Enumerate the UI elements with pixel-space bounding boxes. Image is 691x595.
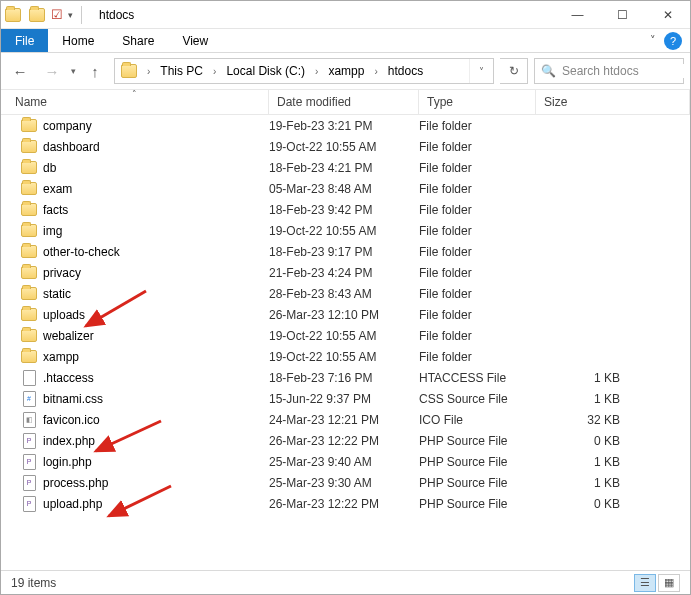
ribbon: File Home Share View ˅ ? [1,29,690,53]
back-button[interactable]: ← [7,58,33,84]
file-name: .htaccess [43,371,94,385]
view-large-icons-button[interactable]: ▦ [658,574,680,592]
file-row[interactable]: other-to-check18-Feb-23 9:17 PMFile fold… [1,241,690,262]
folder-icon [21,223,37,239]
search-box[interactable]: 🔍 [534,58,684,84]
file-name: xampp [43,350,79,364]
folder-icon [21,118,37,134]
file-date: 21-Feb-23 4:24 PM [269,266,419,280]
file-type: HTACCESS File [419,371,536,385]
file-row[interactable]: webalizer19-Oct-22 10:55 AMFile folder [1,325,690,346]
file-row[interactable]: .htaccess18-Feb-23 7:16 PMHTACCESS File1… [1,367,690,388]
file-row[interactable]: Pindex.php26-Mar-23 12:22 PMPHP Source F… [1,430,690,451]
php-file-icon: P [21,496,37,512]
address-bar[interactable]: › This PC › Local Disk (C:) › xampp › ht… [114,58,494,84]
file-name: img [43,224,62,238]
address-dropdown-icon[interactable]: ˅ [469,59,493,83]
file-row[interactable]: ◧favicon.ico24-Mar-23 12:21 PMICO File32… [1,409,690,430]
chevron-right-icon[interactable]: › [311,66,322,77]
file-row[interactable]: facts18-Feb-23 9:42 PMFile folder [1,199,690,220]
forward-button[interactable]: → [39,58,65,84]
up-button[interactable]: ↑ [82,58,108,84]
refresh-button[interactable]: ↻ [500,58,528,84]
file-list[interactable]: company19-Feb-23 3:21 PMFile folderdashb… [1,115,690,570]
breadcrumb-local-disk[interactable]: Local Disk (C:) [220,59,311,83]
qat-properties-icon[interactable]: ☑ [51,7,63,22]
file-row[interactable]: db18-Feb-23 4:21 PMFile folder [1,157,690,178]
file-type: PHP Source File [419,434,536,448]
file-date: 26-Mar-23 12:10 PM [269,308,419,322]
file-row[interactable]: company19-Feb-23 3:21 PMFile folder [1,115,690,136]
folder-icon [21,307,37,323]
file-date: 18-Feb-23 9:17 PM [269,245,419,259]
file-name: privacy [43,266,81,280]
file-row[interactable]: img19-Oct-22 10:55 AMFile folder [1,220,690,241]
file-name: login.php [43,455,92,469]
folder-icon [21,181,37,197]
file-date: 25-Mar-23 9:40 AM [269,455,419,469]
qat-dropdown-icon[interactable]: ▾ [65,10,76,20]
chevron-right-icon[interactable]: › [209,66,220,77]
file-name: uploads [43,308,85,322]
folder-icon [21,160,37,176]
status-bar: 19 items ☰ ▦ [1,570,690,594]
file-size: 0 KB [536,497,690,511]
file-type: File folder [419,329,536,343]
help-icon[interactable]: ? [664,32,682,50]
item-count: 19 items [11,576,56,590]
file-type: File folder [419,245,536,259]
file-type: ICO File [419,413,536,427]
file-size: 1 KB [536,371,690,385]
ribbon-tab-view[interactable]: View [168,29,222,52]
chevron-right-icon[interactable]: › [143,66,154,77]
file-row[interactable]: exam05-Mar-23 8:48 AMFile folder [1,178,690,199]
file-date: 05-Mar-23 8:48 AM [269,182,419,196]
file-row[interactable]: Plogin.php25-Mar-23 9:40 AMPHP Source Fi… [1,451,690,472]
file-date: 18-Feb-23 4:21 PM [269,161,419,175]
app-folder-icon [5,8,21,22]
file-row[interactable]: #bitnami.css15-Jun-22 9:37 PMCSS Source … [1,388,690,409]
file-date: 19-Oct-22 10:55 AM [269,140,419,154]
file-name: process.php [43,476,108,490]
file-row[interactable]: static28-Feb-23 8:43 AMFile folder [1,283,690,304]
file-row[interactable]: dashboard19-Oct-22 10:55 AMFile folder [1,136,690,157]
close-button[interactable]: ✕ [645,1,690,29]
file-row[interactable]: Pupload.php26-Mar-23 12:22 PMPHP Source … [1,493,690,514]
file-date: 19-Oct-22 10:55 AM [269,329,419,343]
column-header-size[interactable]: Size [536,90,690,114]
file-row[interactable]: xampp19-Oct-22 10:55 AMFile folder [1,346,690,367]
breadcrumb-htdocs[interactable]: htdocs [382,59,429,83]
chevron-right-icon[interactable]: › [370,66,381,77]
breadcrumb-xampp[interactable]: xampp [322,59,370,83]
file-type: PHP Source File [419,455,536,469]
file-date: 19-Feb-23 3:21 PM [269,119,419,133]
file-type: File folder [419,287,536,301]
file-name: webalizer [43,329,94,343]
ribbon-collapse-icon[interactable]: ˅ [650,34,656,47]
history-dropdown-icon[interactable]: ▾ [71,66,76,76]
ribbon-tab-home[interactable]: Home [48,29,108,52]
search-input[interactable] [562,64,691,78]
file-size: 1 KB [536,476,690,490]
column-header-date[interactable]: Date modified [269,90,419,114]
qat-open-icon[interactable] [29,8,45,22]
ico-file-icon: ◧ [21,412,37,428]
file-row[interactable]: privacy21-Feb-23 4:24 PMFile folder [1,262,690,283]
maximize-button[interactable]: ☐ [600,1,645,29]
window-title: htdocs [89,8,555,22]
file-date: 19-Oct-22 10:55 AM [269,224,419,238]
ribbon-tab-file[interactable]: File [1,29,48,52]
breadcrumb-this-pc[interactable]: This PC [154,59,209,83]
column-header-type[interactable]: Type [419,90,536,114]
file-type: File folder [419,308,536,322]
view-details-button[interactable]: ☰ [634,574,656,592]
ribbon-tab-share[interactable]: Share [108,29,168,52]
file-type: File folder [419,161,536,175]
file-size: 0 KB [536,434,690,448]
file-row[interactable]: Pprocess.php25-Mar-23 9:30 AMPHP Source … [1,472,690,493]
column-header-name[interactable]: Name ˄ [1,90,269,114]
minimize-button[interactable]: — [555,1,600,29]
file-row[interactable]: uploads26-Mar-23 12:10 PMFile folder [1,304,690,325]
sort-ascending-icon: ˄ [132,89,137,99]
file-date: 19-Oct-22 10:55 AM [269,350,419,364]
